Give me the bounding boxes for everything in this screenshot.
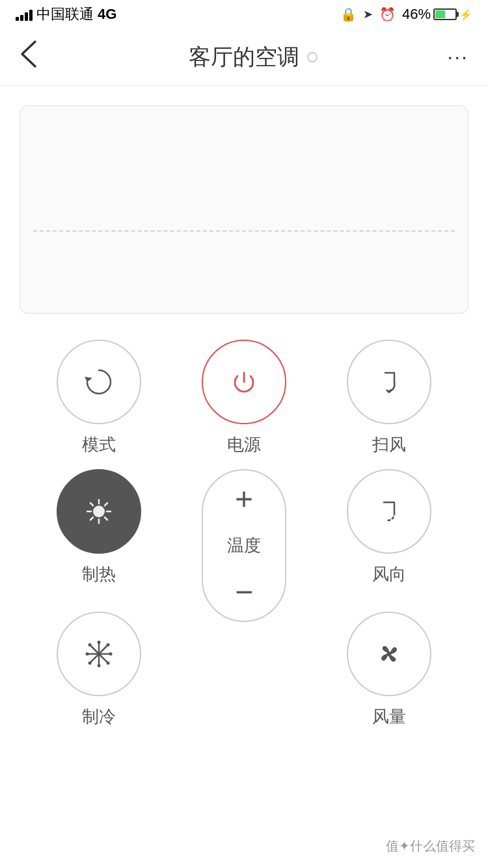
battery-indicator: 46% ⚡: [402, 6, 472, 23]
heat-button[interactable]: [57, 469, 141, 554]
controls-row-2: 制热: [26, 469, 462, 728]
cool-control: 制冷: [57, 612, 141, 728]
svg-point-17: [88, 644, 91, 647]
svg-point-20: [88, 662, 91, 665]
fan-speed-label: 风量: [372, 705, 406, 728]
location-icon: ➤: [363, 7, 373, 21]
svg-line-6: [105, 517, 107, 520]
status-left: 中国联通 4G: [16, 5, 116, 24]
carrier-label: 中国联通: [36, 5, 94, 24]
svg-point-0: [93, 506, 105, 517]
heat-control: 制热: [57, 469, 141, 586]
fan-speed-icon: [371, 636, 407, 672]
temp-label: 温度: [227, 534, 261, 557]
svg-point-16: [109, 653, 112, 656]
cool-label: 制冷: [82, 705, 116, 728]
svg-point-13: [97, 641, 100, 644]
more-button[interactable]: ···: [447, 45, 468, 69]
power-label: 电源: [227, 433, 261, 456]
status-bar: 中国联通 4G 🔒 ➤ ⏰ 46% ⚡: [0, 0, 488, 29]
controls-row-1: 模式 电源 扫风: [26, 340, 462, 456]
fan-speed-control: 风量: [347, 612, 431, 728]
controls-section: 模式 电源 扫风: [0, 327, 488, 761]
fan-speed-button[interactable]: [347, 612, 431, 696]
power-control: 电源: [171, 340, 316, 456]
battery-fill: [435, 10, 445, 18]
charging-icon: ⚡: [459, 8, 472, 21]
cool-icon: [81, 636, 117, 672]
right-col: 风向 风量: [317, 469, 462, 728]
temp-pill[interactable]: + 温度 −: [202, 469, 286, 622]
preview-divider: [33, 230, 455, 232]
battery-percent: 46%: [402, 6, 431, 23]
nav-title-wrap: 客厅的空调: [189, 42, 318, 72]
wind-dir-control: 风向: [347, 469, 431, 586]
heat-label: 制热: [82, 563, 116, 586]
temp-minus-button[interactable]: −: [235, 576, 253, 608]
cool-button[interactable]: [57, 612, 141, 696]
page-title: 客厅的空调: [189, 42, 299, 72]
mode-label: 模式: [82, 433, 116, 456]
battery-body: [433, 8, 457, 20]
wind-dir-label: 风向: [372, 563, 406, 586]
power-button[interactable]: [202, 340, 286, 424]
wind-dir-button[interactable]: [347, 469, 431, 554]
temp-plus-button[interactable]: +: [235, 483, 253, 515]
fan-sweep-label: 扫风: [372, 433, 406, 456]
lock-icon: 🔒: [340, 7, 357, 22]
power-icon: [226, 364, 262, 400]
svg-line-8: [90, 517, 93, 520]
signal-icon: [16, 8, 33, 21]
network-label: 4G: [98, 6, 116, 23]
mode-icon: [81, 364, 117, 400]
nav-bar: 客厅的空调 ···: [0, 29, 488, 86]
alarm-icon: ⏰: [379, 7, 396, 22]
device-status-dot: [307, 52, 318, 62]
svg-point-14: [97, 664, 100, 668]
temp-control: + 温度 −: [171, 469, 316, 622]
fan-sweep-control: 扫风: [317, 340, 462, 456]
svg-line-5: [90, 503, 93, 506]
svg-point-19: [106, 644, 109, 647]
mode-control: 模式: [26, 340, 171, 456]
preview-panel: [20, 105, 468, 314]
back-button[interactable]: [20, 39, 59, 75]
watermark: 值✦什么值得买: [386, 837, 475, 855]
fan-sweep-button[interactable]: [347, 340, 431, 424]
svg-point-18: [106, 662, 109, 665]
left-col: 制热: [26, 469, 171, 728]
svg-point-15: [85, 653, 88, 656]
wind-dir-icon: [371, 493, 407, 530]
svg-line-7: [105, 503, 107, 506]
heat-icon: [81, 493, 117, 530]
status-right: 🔒 ➤ ⏰ 46% ⚡: [340, 6, 472, 23]
fan-sweep-icon: [371, 364, 407, 400]
mode-button[interactable]: [57, 340, 141, 424]
